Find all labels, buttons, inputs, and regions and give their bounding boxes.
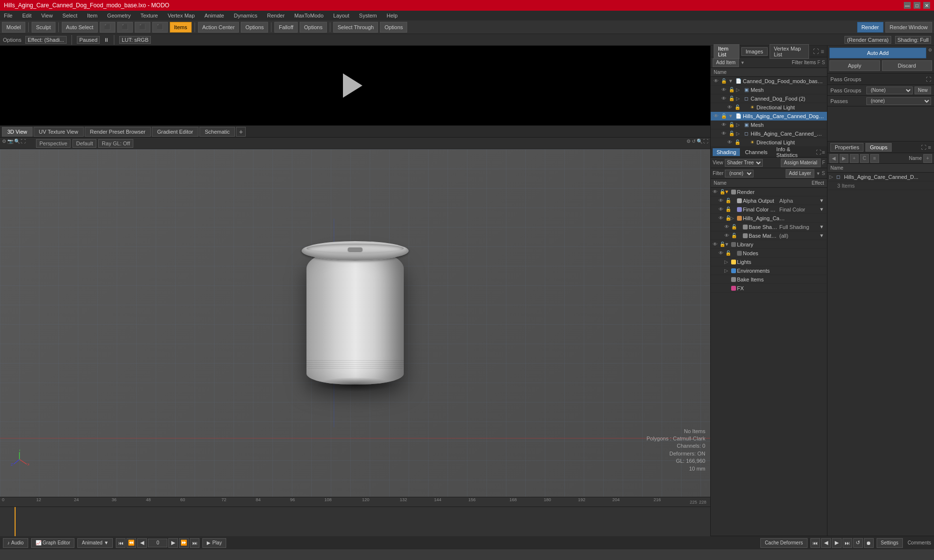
transport-next-end[interactable]: ⏭ — [190, 538, 199, 548]
auto-add-settings-icon[interactable]: ⚙ — [928, 48, 932, 58]
menu-item[interactable]: Item — [85, 12, 99, 19]
pass-new-button[interactable]: New — [915, 87, 931, 94]
frame-input[interactable] — [148, 539, 167, 547]
eye-icon-7[interactable]: 👁 — [720, 130, 727, 137]
eye-icon-3[interactable]: 👁 — [720, 95, 727, 102]
menu-animate[interactable]: Animate — [202, 12, 226, 19]
menu-render[interactable]: Render — [265, 12, 287, 19]
prop-plus2-button[interactable]: + — [923, 154, 932, 163]
extra-btn-3[interactable]: ▶ — [832, 538, 842, 548]
menu-help[interactable]: Help — [385, 12, 400, 19]
animated-button[interactable]: Animated ▼ — [77, 538, 113, 548]
render-camera-value[interactable]: (Render Camera) — [844, 36, 891, 44]
filter-dropdown[interactable]: (none) — [725, 170, 754, 177]
transport-prev[interactable]: ⏪ — [126, 538, 136, 548]
minimize-button[interactable]: — — [904, 2, 911, 9]
add-viewport-tab-button[interactable]: + — [236, 127, 246, 137]
audio-button[interactable]: ♪ Audio — [3, 538, 28, 548]
baseshader-lock-icon[interactable]: 🔓 — [731, 224, 735, 229]
options1-button[interactable]: Options — [241, 22, 268, 33]
shader-baseshader-dropdown[interactable]: ▼ — [819, 224, 825, 229]
filter-f-btn[interactable]: F — [817, 60, 820, 65]
viewport-toolbar-zoom[interactable]: 🔍 — [697, 139, 702, 144]
shader-item-render[interactable]: 👁 🔓 ▼ Render — [711, 188, 827, 196]
item-panel-expand[interactable]: ⛶ — [813, 48, 819, 55]
hills-eye-icon[interactable]: 👁 — [718, 215, 724, 221]
play-button-bottom[interactable]: ▶ Play — [202, 538, 226, 548]
close-button[interactable]: ✕ — [923, 2, 930, 9]
viewport-expand-icon[interactable]: ⛶ — [21, 139, 26, 144]
pass-expand-icon[interactable]: ⛶ — [926, 76, 931, 82]
shader-alpha-dropdown[interactable]: ▼ — [819, 198, 825, 203]
render-eye-icon[interactable]: 👁 — [713, 189, 718, 194]
render-button[interactable]: Render — [857, 22, 883, 33]
menu-vertex-map[interactable]: Vertex Map — [166, 12, 197, 19]
maximize-button[interactable]: □ — [914, 2, 920, 9]
arrow-5[interactable]: ▼ — [728, 113, 734, 119]
add-item-dropdown[interactable]: ▼ — [740, 60, 745, 65]
paused-value[interactable]: Paused — [77, 36, 100, 44]
shader-item-fx[interactable]: FX — [711, 284, 827, 293]
lock-icon-2[interactable]: 🔓 — [728, 87, 735, 93]
library-eye-icon[interactable]: 👁 — [713, 242, 718, 247]
viewport-canvas[interactable]: X Y Z No Items Polygons : Catmull-Clark … — [0, 149, 710, 497]
render-window-button[interactable]: Render Window — [885, 22, 932, 33]
shader-f-btn[interactable]: F — [822, 160, 825, 165]
shader-view-dropdown[interactable]: Shader Tree — [725, 159, 763, 167]
action-center-button[interactable]: Action Center — [198, 22, 239, 33]
extra-btn-4[interactable]: ⏭ — [843, 538, 852, 548]
menu-layout[interactable]: Layout — [331, 12, 351, 19]
shading-settings-icon[interactable]: ≡ — [822, 149, 825, 155]
env-arrow[interactable]: ▷ — [724, 268, 730, 273]
prop-settings-icon[interactable]: ≡ — [928, 144, 931, 150]
prop-arrow[interactable]: ▷ — [829, 174, 835, 179]
add-layer-button[interactable]: Add Layer — [786, 169, 815, 178]
viewport-zoom-icon[interactable]: 🔍 — [14, 139, 20, 144]
menu-maxtomodo[interactable]: MaxToModo — [292, 12, 325, 19]
play-button[interactable] — [343, 73, 367, 98]
menu-texture[interactable]: Texture — [139, 12, 160, 19]
tab-properties[interactable]: Properties — [830, 143, 863, 152]
tab-info-stats[interactable]: Info & Statistics — [772, 147, 814, 159]
transport-prev-frame[interactable]: ◀ — [137, 538, 147, 548]
viewport-toolbar-refresh[interactable]: ↺ — [692, 139, 696, 144]
final-eye-icon[interactable]: 👁 — [718, 207, 724, 212]
lights-arrow[interactable]: ▷ — [724, 259, 730, 264]
prop-item-hills[interactable]: ▷ ◻ Hills_Aging_Care_Canned_D... — [827, 173, 934, 181]
tree-item-1[interactable]: 👁 🔓 ▼ 📄 Canned_Dog_Food_modo_base.lxo — [711, 77, 827, 86]
shading-full-value[interactable]: Shading: Full — [895, 36, 931, 44]
prop-expand-icon[interactable]: ⛶ — [921, 144, 926, 150]
arrow-6[interactable]: ▷ — [736, 122, 742, 127]
lock-icon-5[interactable]: 🔓 — [720, 113, 727, 120]
options3-button[interactable]: Options — [380, 22, 407, 33]
tree-item-8[interactable]: 👁 🔓 ☀ Directional Light — [711, 138, 827, 147]
select-through-button[interactable]: Select Through — [333, 22, 378, 33]
shader-final-dropdown[interactable]: ▼ — [819, 207, 825, 212]
arrow-7[interactable]: ▷ — [736, 131, 742, 136]
shader-item-base-material[interactable]: 👁 🔓 Base Material (all) ▼ — [711, 231, 827, 240]
alpha-eye-icon[interactable]: 👁 — [718, 198, 724, 203]
lock-icon-1[interactable]: 🔓 — [720, 78, 727, 85]
filter-s-btn[interactable]: S — [822, 60, 825, 65]
tab-schematic[interactable]: Schematic — [199, 127, 235, 137]
tab-images[interactable]: Images — [741, 47, 768, 56]
menu-dynamics[interactable]: Dynamics — [232, 12, 259, 19]
shader-basematerial-dropdown[interactable]: ▼ — [819, 233, 825, 238]
tree-item-5[interactable]: 👁 🔓 ▼ 📄 Hills_Aging_Care_Canned_Dog_Fo..… — [711, 112, 827, 121]
menu-select[interactable]: Select — [60, 12, 79, 19]
menu-geometry[interactable]: Geometry — [105, 12, 132, 19]
lock-icon-6[interactable]: 🔓 — [728, 122, 735, 128]
render-lock-icon[interactable]: 🔓 — [719, 189, 723, 194]
assign-material-button[interactable]: Assign Material — [781, 158, 821, 167]
transport-prev-start[interactable]: ⏮ — [116, 538, 126, 548]
arrow-3[interactable]: ▷ — [736, 96, 742, 101]
auto-add-button[interactable]: Auto Add — [829, 48, 926, 58]
falloff-button[interactable]: Falloff — [274, 22, 298, 33]
tab-uv-texture[interactable]: UV Texture View — [34, 127, 84, 137]
menu-file[interactable]: File — [2, 12, 15, 19]
tab-groups[interactable]: Groups — [865, 143, 892, 152]
transport-next-frame[interactable]: ▶ — [168, 538, 178, 548]
alpha-lock-icon[interactable]: 🔓 — [725, 198, 729, 203]
viewport-toolbar-settings[interactable]: ⚙ — [686, 139, 691, 144]
render-arrow[interactable]: ▼ — [724, 189, 730, 194]
